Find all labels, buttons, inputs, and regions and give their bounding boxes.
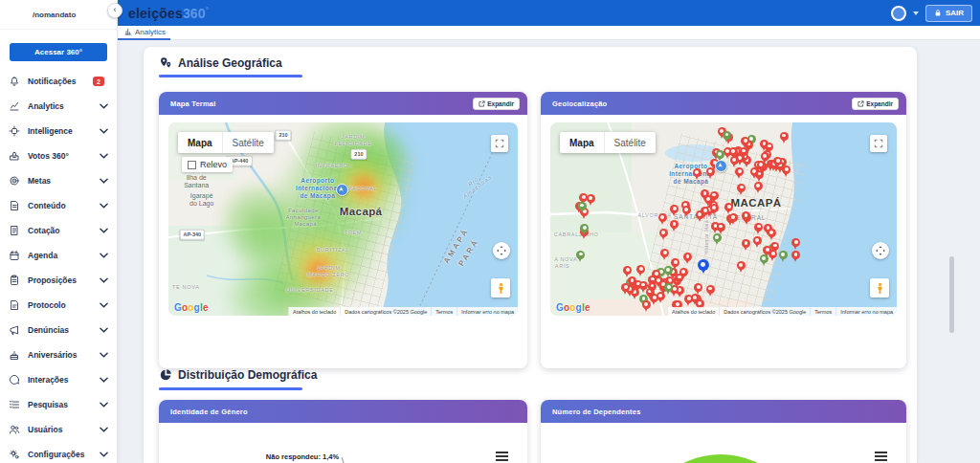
fullscreen-button[interactable] bbox=[491, 135, 508, 152]
map-type-map[interactable]: Mapa bbox=[560, 132, 604, 153]
map-marker[interactable] bbox=[723, 131, 731, 140]
votes-icon bbox=[9, 150, 20, 162]
expand-button[interactable]: Expandir bbox=[852, 98, 899, 110]
map-marker[interactable] bbox=[675, 274, 683, 282]
card-mapa-termal: Mapa Termal Expandir bbox=[159, 92, 527, 368]
sidebar-item-propositions[interactable]: Proposições bbox=[0, 268, 117, 293]
streetview-pegman[interactable] bbox=[870, 278, 889, 298]
airport-poi-icon[interactable] bbox=[715, 160, 727, 172]
sidebar-collapse-button[interactable]: ‹ bbox=[107, 3, 122, 18]
map-marker[interactable] bbox=[650, 294, 658, 302]
map-marker[interactable] bbox=[713, 233, 722, 242]
sidebar-item-analytics[interactable]: Analytics bbox=[0, 94, 117, 119]
sidebar-item-protocol[interactable]: Protocolo bbox=[0, 293, 117, 318]
attribution-link[interactable]: Dados cartográficos ©2025 Google bbox=[340, 307, 431, 316]
sidebar-item-settings[interactable]: Configurações bbox=[0, 442, 117, 463]
sidebar-item-surveys[interactable]: Pesquisas bbox=[0, 392, 117, 417]
user-avatar[interactable] bbox=[891, 6, 906, 21]
sidebar-item-users[interactable]: Usuários bbox=[0, 417, 117, 442]
map-marker[interactable] bbox=[578, 202, 587, 210]
content-icon bbox=[9, 200, 20, 211]
map-marker[interactable] bbox=[710, 204, 719, 212]
map-marker[interactable] bbox=[754, 223, 763, 232]
map-type-map[interactable]: Mapa bbox=[178, 132, 222, 153]
sidebar-item-target[interactable]: Metas bbox=[0, 168, 117, 193]
map-marker[interactable] bbox=[576, 251, 585, 259]
sidebar-item-complaints[interactable]: Denúncias bbox=[0, 318, 117, 342]
attribution-link[interactable]: Termos bbox=[810, 307, 835, 316]
attribution-link[interactable]: Informar erro no mapa bbox=[835, 307, 897, 316]
map-marker[interactable] bbox=[717, 223, 725, 232]
map-marker[interactable] bbox=[729, 213, 738, 222]
logout-button[interactable]: SAIR bbox=[925, 5, 972, 22]
attribution-link[interactable]: Atalhos do teclado bbox=[288, 307, 340, 316]
google-logo[interactable]: Google bbox=[174, 302, 209, 313]
sidebar-item-votes[interactable]: Votos 360° bbox=[0, 143, 117, 168]
pan-control[interactable] bbox=[493, 242, 510, 259]
expand-button[interactable]: Expandir bbox=[473, 98, 520, 110]
chart-menu-button[interactable] bbox=[875, 452, 887, 461]
heatmap-map[interactable]: JARDIM FELICIDADE210210INFRAERO IAP-440I… bbox=[168, 122, 518, 316]
map-marker[interactable] bbox=[760, 254, 768, 263]
map-marker[interactable] bbox=[765, 143, 773, 151]
map-type-control: Mapa Satélite bbox=[178, 132, 274, 153]
user-menu-caret-icon[interactable] bbox=[913, 11, 919, 15]
sidebar-item-interactions[interactable]: Interações bbox=[0, 367, 117, 392]
map-marker[interactable] bbox=[648, 282, 657, 291]
map-type-satellite[interactable]: Satélite bbox=[604, 132, 656, 153]
sidebar-item-label: Conteúdo bbox=[28, 201, 100, 210]
map-marker[interactable] bbox=[659, 229, 668, 237]
map-marker[interactable] bbox=[779, 251, 788, 259]
attribution-link[interactable]: Termos bbox=[431, 307, 457, 316]
attribution-link[interactable]: Atalhos do teclado bbox=[667, 307, 719, 316]
fullscreen-button[interactable] bbox=[870, 135, 887, 152]
attribution-link[interactable]: Informar erro no mapa bbox=[457, 307, 518, 316]
airport-poi-icon[interactable] bbox=[336, 184, 348, 196]
card-title: Número de Dependentes bbox=[552, 408, 641, 416]
active-tab-indicator bbox=[117, 38, 170, 40]
access-360-button[interactable]: Acessar 360° bbox=[10, 43, 107, 61]
pie-chart-slice[interactable] bbox=[636, 454, 805, 463]
map-marker[interactable] bbox=[773, 157, 782, 165]
expand-icon bbox=[858, 100, 864, 107]
birthday-icon bbox=[9, 349, 20, 361]
map-marker[interactable] bbox=[757, 161, 766, 169]
map-marker[interactable] bbox=[737, 184, 746, 192]
map-marker[interactable] bbox=[770, 242, 779, 251]
terrain-checkbox[interactable]: Relevo bbox=[182, 157, 233, 172]
sidebar-item-calendar[interactable]: Agenda bbox=[0, 243, 117, 268]
sidebar-item-label: Denúncias bbox=[28, 325, 100, 335]
geolocation-map[interactable]: Aeroporto Internacional de MacapáALVORAD… bbox=[550, 122, 897, 316]
analytics-icon bbox=[9, 100, 20, 112]
sidebar-item-content[interactable]: Conteúdo bbox=[0, 193, 117, 218]
sidebar-item-birthday[interactable]: Aniversários bbox=[0, 342, 117, 367]
pie-data-label: Não respondeu: 1,4% bbox=[266, 452, 339, 461]
sidebar-item-intelligence[interactable]: Intelligence bbox=[0, 119, 117, 143]
map-marker[interactable] bbox=[658, 213, 667, 222]
map-type-satellite[interactable]: Satélite bbox=[222, 132, 274, 153]
map-marker[interactable] bbox=[753, 236, 762, 245]
map-marker[interactable] bbox=[729, 147, 738, 156]
google-logo[interactable]: Google bbox=[556, 302, 590, 313]
tab-analytics[interactable]: Analytics bbox=[124, 26, 166, 37]
sidebar-item-quote[interactable]: Cotação bbox=[0, 218, 117, 243]
app-root: /nomandato Acessar 360° Notificações2Ana… bbox=[0, 0, 980, 463]
attribution-link[interactable]: Dados cartográficos ©2025 Google bbox=[719, 307, 810, 316]
sidebar-item-bell[interactable]: Notificações2 bbox=[0, 69, 117, 94]
map-marker[interactable] bbox=[780, 132, 789, 141]
map-marker[interactable] bbox=[740, 147, 748, 156]
streetview-pegman[interactable] bbox=[491, 278, 510, 298]
map-marker[interactable] bbox=[642, 300, 651, 309]
chart-menu-button[interactable] bbox=[496, 452, 508, 461]
scrollbar-thumb[interactable] bbox=[949, 256, 954, 333]
section-geo-underline bbox=[159, 75, 302, 77]
pan-control[interactable] bbox=[872, 242, 889, 259]
map-marker[interactable] bbox=[706, 285, 715, 294]
map-marker[interactable] bbox=[701, 189, 709, 198]
map-marker[interactable] bbox=[754, 182, 763, 190]
map-marker[interactable] bbox=[742, 211, 750, 220]
sidebar-item-label: Analytics bbox=[28, 101, 100, 111]
checkbox-icon bbox=[188, 161, 196, 169]
map-marker[interactable] bbox=[693, 168, 702, 177]
map-marker[interactable] bbox=[682, 206, 691, 214]
